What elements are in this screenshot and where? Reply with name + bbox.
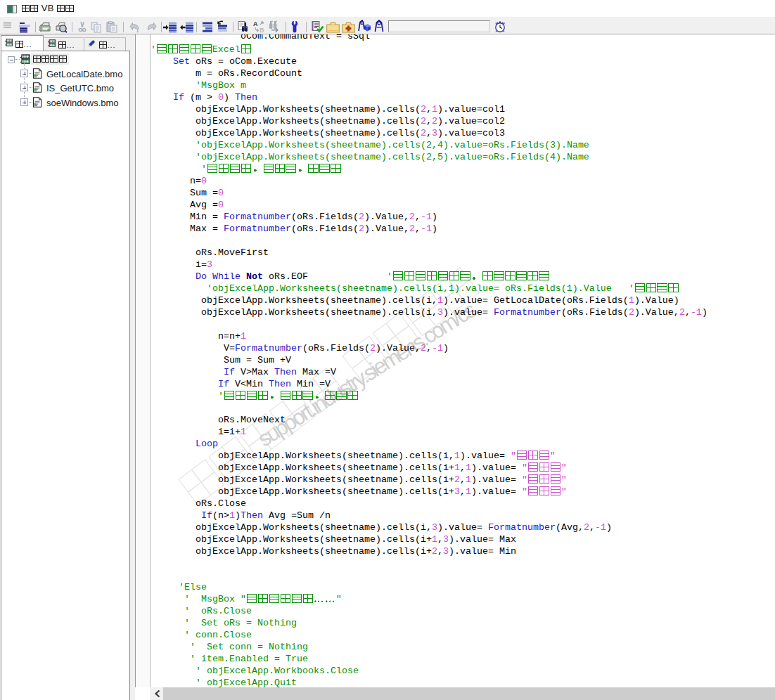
svg-text:A: A	[253, 20, 258, 27]
svg-text:B: B	[260, 27, 264, 33]
